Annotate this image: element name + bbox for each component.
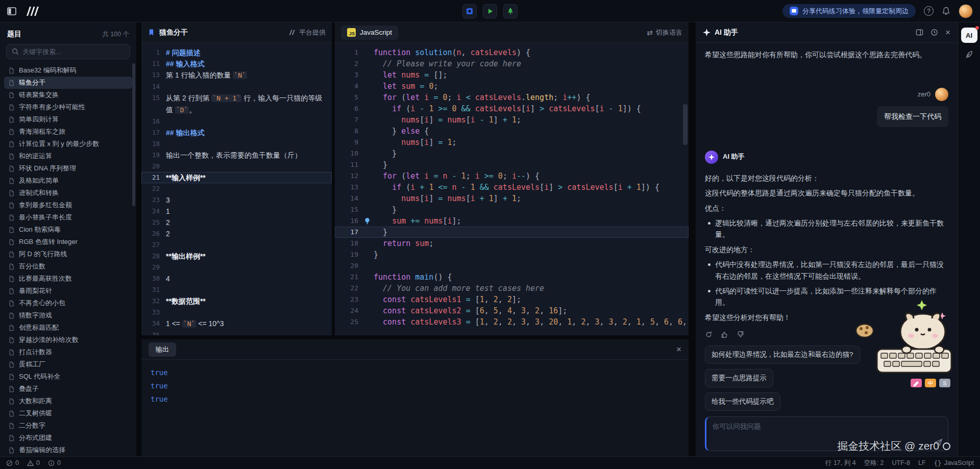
problem-line[interactable]: 241 bbox=[141, 206, 332, 217]
cursor-position[interactable]: 行 17, 列 4 bbox=[825, 459, 856, 467]
problem-line[interactable]: 35 bbox=[141, 330, 332, 335]
run-button[interactable] bbox=[483, 4, 497, 18]
code-line[interactable]: 11 } bbox=[335, 159, 689, 170]
sidebar-problem-item[interactable]: 不再贪心的小包 bbox=[4, 297, 132, 309]
problem-line[interactable]: 27 bbox=[141, 239, 332, 251]
problem-line[interactable]: 15从第 2 行到第 `N + 1` 行，输入每一只猫的等级值 `D`。 bbox=[141, 92, 332, 116]
problem-line[interactable]: 11## 输入格式 bbox=[141, 58, 332, 69]
promo-banner[interactable]: 分享代码练习体验，领限量定制周边 bbox=[782, 4, 916, 18]
sidebar-problem-item[interactable]: 二叉树供暖 bbox=[4, 407, 132, 419]
sidebar-problem-item[interactable]: 暴雨梨花针 bbox=[4, 285, 132, 297]
problem-line[interactable]: 262 bbox=[141, 228, 332, 239]
sidebar-problem-item[interactable]: 最小替换子串长度 bbox=[4, 211, 132, 224]
editor-scrollbar[interactable] bbox=[683, 104, 688, 145]
problem-line[interactable]: 233 bbox=[141, 194, 332, 206]
code-line[interactable]: 24 const catsLevels2 = [6, 5, 4, 3, 2, 1… bbox=[335, 305, 689, 316]
sidebar-problem-item[interactable]: 二分数字 bbox=[4, 419, 132, 432]
search-box[interactable] bbox=[6, 44, 130, 59]
sidebar-problem-item[interactable]: Cion 勒索病毒 bbox=[4, 224, 132, 236]
indentation-setting[interactable]: 空格: 2 bbox=[864, 459, 884, 467]
problem-line[interactable]: 31 bbox=[141, 284, 332, 295]
history-button[interactable] bbox=[930, 29, 938, 36]
sidebar-problem-item[interactable]: 蛋糕工厂 bbox=[4, 358, 132, 371]
code-line[interactable]: 21function main() { bbox=[335, 271, 689, 283]
sidebar-problem-item[interactable]: 简单四则计算 bbox=[4, 113, 132, 126]
close-ai-panel-icon[interactable]: × bbox=[945, 28, 950, 37]
code-line[interactable]: 18 return sum; bbox=[335, 238, 689, 249]
problem-line[interactable]: 21**输入样例** bbox=[141, 172, 332, 183]
language-tab[interactable]: JS JavaScript bbox=[341, 26, 398, 40]
problem-line[interactable]: 19输出一个整数，表示需要的鱼干数量（斤） bbox=[141, 150, 332, 161]
sidebar-problem-item[interactable]: RGB 色值转 Integer bbox=[4, 236, 132, 248]
sidebar-problem-item[interactable]: 拿到最多红包金额 bbox=[4, 199, 132, 211]
code-line[interactable]: 6 if (i - 1 >= 0 && catsLevels[i] > cats… bbox=[335, 103, 689, 114]
sidebar-problem-item[interactable]: 大数和距离 bbox=[4, 395, 132, 407]
encoding-setting[interactable]: UTF-8 bbox=[892, 459, 910, 466]
sidebar-problem-item[interactable]: 穿越沙漠的补给次数 bbox=[4, 334, 132, 346]
sidebar-problem-item[interactable]: 猜数字游戏 bbox=[4, 309, 132, 322]
problem-line[interactable]: 29 bbox=[141, 262, 332, 273]
sidebar-problem-item[interactable]: 打点计数器 bbox=[4, 346, 132, 358]
code-line[interactable]: 2 // Please write your code here bbox=[335, 58, 689, 69]
sidebar-problem-item[interactable]: Base32 编码和解码 bbox=[4, 64, 132, 77]
sidebar-problem-item[interactable]: 番茄编辑的选择 bbox=[4, 444, 132, 456]
code-line[interactable]: 4 let sum = 0; bbox=[335, 81, 689, 92]
send-button[interactable] bbox=[934, 438, 943, 447]
language-mode[interactable]: {} JavaScript bbox=[934, 459, 974, 467]
debug-button[interactable] bbox=[462, 4, 477, 18]
ai-assistant-toggle-button[interactable]: AI bbox=[961, 28, 977, 43]
problem-line[interactable]: 16 bbox=[141, 116, 332, 127]
sidebar-problem-item[interactable]: 和的逆运算 bbox=[4, 150, 132, 162]
regenerate-button[interactable] bbox=[705, 331, 713, 338]
thumbs-down-button[interactable] bbox=[737, 331, 744, 338]
code-line[interactable]: 13 if (i + 1 <= n - 1 && catsLevels[i] >… bbox=[335, 182, 689, 193]
sidebar-problem-item[interactable]: 字符串有多少种可能性 bbox=[4, 101, 132, 113]
code-line[interactable]: 5 for (let i = 0; i < catsLevels.length;… bbox=[335, 92, 689, 103]
code-line[interactable]: 14 nums[i] = nums[i + 1] + 1; bbox=[335, 193, 689, 204]
suggestion-chip[interactable]: 如何处理边界情况，比如最左边和最右边的猫? bbox=[705, 345, 860, 364]
problem-line[interactable]: 1# 问题描述 bbox=[141, 47, 332, 58]
problem-line[interactable]: 32**数据范围** bbox=[141, 295, 332, 307]
sidebar-problem-item[interactable]: 阿 D 的飞行路线 bbox=[4, 248, 132, 260]
problem-line[interactable]: 28**输出样例** bbox=[141, 251, 332, 262]
problem-line[interactable]: 18 bbox=[141, 138, 332, 150]
lightbulb-icon[interactable] bbox=[363, 217, 371, 225]
code-line[interactable]: 1function solution(n, catsLevels) { bbox=[335, 47, 689, 58]
code-line[interactable]: 17 } bbox=[335, 227, 689, 238]
problem-line[interactable]: 13第 1 行输入猫的数量 `N` bbox=[141, 69, 332, 81]
suggestion-chip[interactable]: 需要一点思路提示 bbox=[705, 369, 773, 387]
sidebar-problem-item[interactable]: 猫鱼分干 bbox=[4, 77, 132, 89]
sidebar-problem-item[interactable]: 进制式和转换 bbox=[4, 187, 132, 199]
problem-line[interactable]: 304 bbox=[141, 273, 332, 284]
sidebar-problem-item[interactable]: 青海湖租车之旅 bbox=[4, 126, 132, 138]
output-tab[interactable]: 输出 bbox=[149, 342, 176, 357]
problem-line[interactable]: 17## 输出格式 bbox=[141, 127, 332, 138]
problem-line[interactable]: 14 bbox=[141, 81, 332, 92]
open-in-panel-button[interactable] bbox=[916, 29, 923, 36]
switch-language-button[interactable]: ⇄ 切换语言 bbox=[647, 28, 682, 37]
sidebar-problem-item[interactable]: 创意标题匹配 bbox=[4, 322, 132, 334]
user-avatar[interactable] bbox=[959, 4, 973, 18]
problem-line[interactable]: 33 bbox=[141, 307, 332, 318]
code-line[interactable]: 16 sum += nums[i]; bbox=[335, 215, 689, 227]
code-line[interactable]: 15 } bbox=[335, 204, 689, 215]
problem-line[interactable]: 252 bbox=[141, 217, 332, 228]
sidebar-problem-item[interactable]: 计算位置 x 到 y 的最少步数 bbox=[4, 138, 132, 150]
help-button[interactable]: ? bbox=[924, 6, 934, 16]
code-line[interactable]: 7 nums[i] = nums[i - 1] + 1; bbox=[335, 114, 689, 126]
ai-question-input[interactable] bbox=[713, 422, 929, 446]
code-line[interactable]: 25 const catsLevels3 = [1, 2, 2, 3, 3, 2… bbox=[335, 316, 689, 328]
problem-line[interactable]: 22 bbox=[141, 183, 332, 194]
ai-input-box[interactable] bbox=[705, 416, 948, 451]
submit-button[interactable] bbox=[503, 4, 518, 18]
sidebar-problem-item[interactable]: 环状 DNA 序列整理 bbox=[4, 162, 132, 175]
code-line[interactable]: 19} bbox=[335, 249, 689, 260]
sidebar-problem-item[interactable]: 链表聚集交换 bbox=[4, 89, 132, 101]
code-line[interactable]: 10 } bbox=[335, 148, 689, 159]
code-line[interactable]: 23 const catsLevels1 = [1, 2, 2]; bbox=[335, 294, 689, 305]
sidebar-problem-item[interactable]: 及格如此简单 bbox=[4, 175, 132, 187]
code-line[interactable]: 9 nums[i] = 1; bbox=[335, 137, 689, 148]
problem-line[interactable]: 341 <= `N` <= 10^3 bbox=[141, 318, 332, 330]
code-line[interactable]: 8 } else { bbox=[335, 126, 689, 137]
sidebar-scrollbar[interactable] bbox=[132, 63, 135, 206]
